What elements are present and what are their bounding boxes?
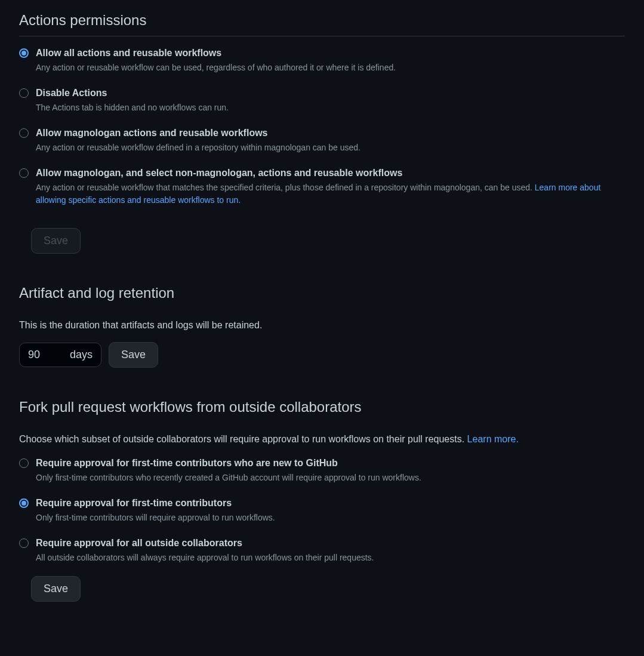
retention-desc: This is the duration that artifacts and …	[19, 318, 625, 332]
radio-input[interactable]	[19, 88, 29, 98]
radio-allow-all[interactable]: Allow all actions and reusable workflows…	[19, 46, 625, 74]
radio-label: Disable Actions	[36, 86, 625, 100]
save-button[interactable]: Save	[109, 342, 158, 368]
radio-label: Allow magnologan actions and reusable wo…	[36, 126, 625, 140]
radio-desc: The Actions tab is hidden and no workflo…	[36, 101, 625, 114]
learn-more-link[interactable]: Learn more.	[467, 434, 519, 444]
radio-desc: Any action or reusable workflow can be u…	[36, 61, 625, 74]
radio-input[interactable]	[19, 458, 29, 468]
radio-desc: Any action or reusable workflow defined …	[36, 141, 625, 154]
save-button[interactable]: Save	[31, 228, 81, 254]
radio-allow-org[interactable]: Allow magnologan actions and reusable wo…	[19, 126, 625, 154]
retention-title: Artifact and log retention	[19, 282, 625, 309]
radio-desc: Only first-time contributors who recentl…	[36, 472, 625, 484]
radio-input[interactable]	[19, 498, 29, 508]
radio-first-time-new[interactable]: Require approval for first-time contribu…	[19, 456, 625, 484]
radio-desc: Any action or reusable workflow that mat…	[36, 181, 625, 207]
fork-pr-title: Fork pull request workflows from outside…	[19, 396, 625, 423]
radio-label: Allow magnologan, and select non-magnolo…	[36, 166, 625, 180]
retention-input-row: days Save	[19, 342, 625, 368]
retention-days-suffix: days	[70, 347, 93, 363]
radio-first-time[interactable]: Require approval for first-time contribu…	[19, 496, 625, 524]
fork-pr-section: Fork pull request workflows from outside…	[19, 396, 625, 602]
radio-desc: All outside collaborators will always re…	[36, 552, 625, 564]
radio-input[interactable]	[19, 48, 29, 58]
radio-disable-actions[interactable]: Disable Actions The Actions tab is hidde…	[19, 86, 625, 114]
radio-all-outside[interactable]: Require approval for all outside collabo…	[19, 536, 625, 564]
radio-allow-select[interactable]: Allow magnologan, and select non-magnolo…	[19, 166, 625, 207]
retention-days-input[interactable]	[28, 349, 52, 361]
fork-pr-radio-group: Require approval for first-time contribu…	[19, 456, 625, 564]
radio-input[interactable]	[19, 168, 29, 178]
actions-permissions-section: Actions permissions Allow all actions an…	[19, 10, 625, 254]
actions-permissions-title: Actions permissions	[19, 10, 625, 36]
actions-permissions-radio-group: Allow all actions and reusable workflows…	[19, 46, 625, 207]
radio-label: Require approval for all outside collabo…	[36, 536, 625, 550]
radio-label: Require approval for first-time contribu…	[36, 496, 625, 510]
fork-pr-desc: Choose which subset of outside collabora…	[19, 432, 625, 446]
radio-desc: Only first-time contributors will requir…	[36, 512, 625, 524]
retention-input-wrapper: days	[19, 343, 101, 367]
save-button[interactable]: Save	[31, 576, 81, 602]
radio-label: Require approval for first-time contribu…	[36, 456, 625, 470]
radio-input[interactable]	[19, 538, 29, 548]
radio-label: Allow all actions and reusable workflows	[36, 46, 625, 60]
retention-section: Artifact and log retention This is the d…	[19, 282, 625, 368]
radio-input[interactable]	[19, 128, 29, 138]
